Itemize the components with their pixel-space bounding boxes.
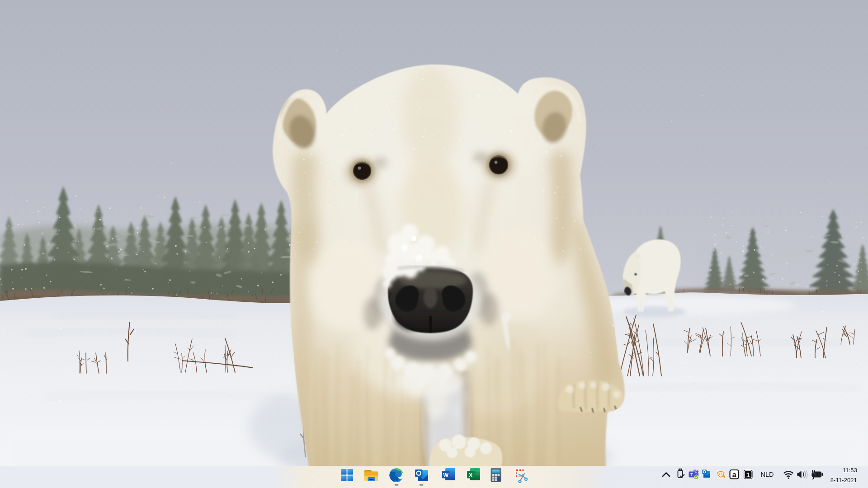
svg-text:a: a [732, 471, 736, 479]
svg-text:X: X [469, 472, 473, 479]
svg-text:T: T [690, 472, 693, 477]
svg-text:NLD: NLD [760, 471, 774, 478]
svg-text:W: W [443, 472, 448, 479]
svg-text:1: 1 [746, 471, 750, 479]
